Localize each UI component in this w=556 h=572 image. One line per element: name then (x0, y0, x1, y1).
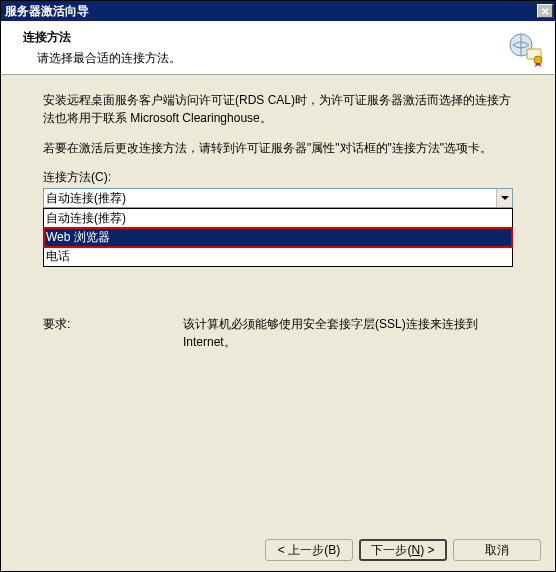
footer-buttons: < 上一步(B) 下一步(N) > 取消 (265, 539, 541, 561)
close-button[interactable]: ✕ (537, 4, 553, 18)
back-button[interactable]: < 上一步(B) (265, 539, 353, 561)
content-area: 安装远程桌面服务客户端访问许可证(RDS CAL)时，为许可证服务器激活而选择的… (1, 75, 555, 351)
header-title: 连接方法 (23, 29, 541, 46)
certificate-icon (509, 33, 543, 67)
chevron-down-icon (496, 189, 512, 207)
requirements-label: 要求: (43, 315, 183, 351)
combo-label: 连接方法(C): (43, 169, 513, 186)
window-title: 服务器激活向导 (5, 3, 89, 20)
svg-point-3 (534, 56, 542, 64)
paragraph-1: 安装远程桌面服务客户端访问许可证(RDS CAL)时，为许可证服务器激活而选择的… (43, 91, 513, 127)
cancel-button[interactable]: 取消 (453, 539, 541, 561)
option-auto[interactable]: 自动连接(推荐) (44, 209, 512, 228)
combo-selected-text: 自动连接(推荐) (46, 190, 126, 207)
connection-method-dropdown: 自动连接(推荐) Web 浏览器 电话 (43, 208, 513, 267)
wizard-window: 服务器激活向导 ✕ 连接方法 请选择最合适的连接方法。 安装远程桌面服务客户端访… (0, 0, 556, 572)
header-subtitle: 请选择最合适的连接方法。 (23, 50, 541, 67)
option-web[interactable]: Web 浏览器 (44, 228, 512, 247)
next-button[interactable]: 下一步(N) > (359, 539, 447, 561)
requirements-text: 该计算机必须能够使用安全套接字层(SSL)连接来连接到 Internet。 (183, 315, 513, 351)
header-panel: 连接方法 请选择最合适的连接方法。 (1, 21, 555, 75)
titlebar: 服务器激活向导 ✕ (1, 1, 555, 21)
connection-method-combo[interactable]: 自动连接(推荐) (43, 188, 513, 208)
requirements-block: 要求: 该计算机必须能够使用安全套接字层(SSL)连接来连接到 Internet… (43, 315, 513, 351)
option-phone[interactable]: 电话 (44, 247, 512, 266)
paragraph-2: 若要在激活后更改连接方法，请转到许可证服务器"属性"对话框的"连接方法"选项卡。 (43, 139, 513, 157)
